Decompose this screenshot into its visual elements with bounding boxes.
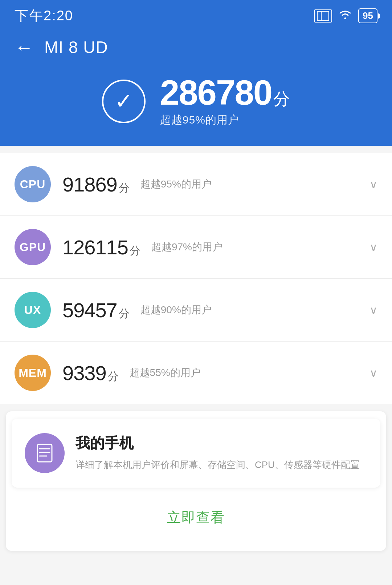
score-section: ✓ 286780 分 超越95%的用户	[0, 68, 392, 146]
benchmark-list: CPU 91869 分 超越95%的用户 ∨ GPU 126115 分 超越97…	[0, 153, 392, 404]
cpu-chevron-icon: ∨	[369, 178, 377, 191]
myphone-desc: 详细了解本机用户评价和屏幕、存储空间、CPU、传感器等硬件配置	[75, 457, 367, 473]
svg-rect-2	[37, 444, 52, 462]
gpu-score: 126115	[62, 235, 128, 259]
score-subtitle: 超越95%的用户	[160, 113, 290, 128]
back-button[interactable]: ←	[15, 38, 33, 57]
myphone-text: 我的手机 详细了解本机用户评价和屏幕、存储空间、CPU、传感器等硬件配置	[75, 433, 367, 473]
benchmark-item-mem[interactable]: MEM 9339 分 超越55%的用户 ∨	[0, 342, 392, 404]
ux-percentile: 超越90%的用户	[140, 303, 212, 317]
score-main: 286780 分	[160, 75, 290, 110]
gpu-percentile: 超越97%的用户	[151, 240, 222, 254]
score-content: 286780 分 超越95%的用户	[160, 75, 290, 128]
phone-card-container: 我的手机 详细了解本机用户评价和屏幕、存储空间、CPU、传感器等硬件配置 立即查…	[6, 411, 386, 551]
mem-info: 9339 分 超越55%的用户	[62, 361, 369, 385]
check-icon: ✓	[115, 90, 133, 112]
mem-score-unit: 分	[108, 369, 119, 384]
gpu-info: 126115 分 超越97%的用户	[62, 235, 369, 259]
cpu-score-unit: 分	[119, 181, 130, 195]
action-section: 立即查看	[12, 495, 380, 540]
benchmark-item-cpu[interactable]: CPU 91869 分 超越95%的用户 ∨	[0, 153, 392, 216]
sim-icon	[314, 9, 332, 23]
wifi-icon	[338, 9, 352, 23]
ux-chevron-icon: ∨	[369, 304, 377, 316]
cpu-score: 91869	[62, 173, 117, 196]
total-score: 286780	[160, 75, 272, 110]
ux-icon: UX	[15, 292, 51, 328]
cpu-percentile: 超越95%的用户	[140, 177, 212, 191]
page-title: MI 8 UD	[44, 37, 108, 57]
mem-score: 9339	[62, 361, 106, 385]
cpu-icon: CPU	[15, 166, 51, 202]
mem-score-wrap: 9339 分	[62, 361, 119, 385]
svg-rect-0	[317, 11, 329, 21]
status-bar: 下午2:20 95	[0, 0, 392, 30]
header: ← MI 8 UD	[0, 30, 392, 68]
myphone-title: 我的手机	[75, 433, 367, 453]
view-now-button[interactable]: 立即查看	[12, 495, 380, 540]
cpu-info: 91869 分 超越95%的用户	[62, 173, 369, 196]
myphone-card: 我的手机 详细了解本机用户评价和屏幕、存储空间、CPU、传感器等硬件配置	[12, 419, 380, 488]
ux-score-unit: 分	[119, 306, 130, 321]
gpu-score-unit: 分	[130, 243, 140, 258]
benchmark-item-gpu[interactable]: GPU 126115 分 超越97%的用户 ∨	[0, 216, 392, 279]
ux-info: 59457 分 超越90%的用户	[62, 298, 369, 322]
gpu-score-wrap: 126115 分	[62, 235, 140, 259]
score-unit: 分	[273, 88, 290, 110]
check-circle: ✓	[102, 80, 146, 123]
status-icons: 95	[314, 8, 377, 23]
gpu-icon: GPU	[15, 229, 51, 265]
benchmark-item-ux[interactable]: UX 59457 分 超越90%的用户 ∨	[0, 279, 392, 342]
ux-score-wrap: 59457 分	[62, 298, 130, 322]
mem-chevron-icon: ∨	[369, 367, 377, 379]
ux-score: 59457	[62, 298, 117, 322]
phone-detail-icon	[34, 443, 55, 463]
status-time: 下午2:20	[15, 7, 73, 25]
mem-icon: MEM	[15, 355, 51, 391]
battery-icon: 95	[358, 8, 377, 23]
cpu-score-wrap: 91869 分	[62, 173, 130, 196]
myphone-icon	[25, 433, 65, 473]
gpu-chevron-icon: ∨	[369, 241, 377, 254]
mem-percentile: 超越55%的用户	[130, 366, 201, 380]
